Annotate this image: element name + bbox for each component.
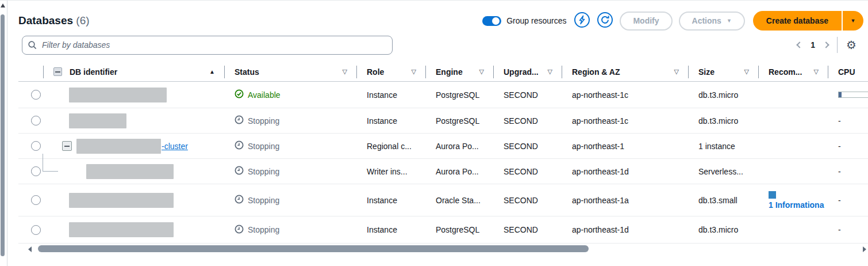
horizontal-scrollbar[interactable]	[15, 245, 868, 254]
filter-column-icon[interactable]: ▽	[548, 68, 552, 75]
redacted-db-identifier	[69, 88, 167, 102]
table-row[interactable]: Stopping Instance PostgreSQL SECOND ap-n…	[18, 108, 868, 134]
column-header-status[interactable]: Status ▽	[224, 62, 356, 81]
status-cell: Stopping	[224, 225, 356, 235]
engine-cell: PostgreSQL	[425, 90, 493, 100]
status-cell: Stopping	[224, 166, 356, 177]
collapse-all-button[interactable]	[53, 67, 62, 76]
filter-column-icon[interactable]: ▽	[744, 68, 749, 75]
size-cell: db.t3.micro	[688, 225, 758, 234]
create-database-caret-button[interactable]: ▼	[842, 11, 863, 31]
database-count: (6)	[76, 14, 89, 26]
row-select-cell	[18, 225, 43, 235]
pagination-divider	[837, 37, 838, 53]
row-radio-button[interactable]	[31, 195, 41, 205]
lightning-icon	[574, 12, 590, 30]
row-radio-button[interactable]	[31, 166, 41, 176]
db-identifier-cell	[43, 88, 224, 102]
horizontal-scrollbar-thumb[interactable]	[38, 245, 589, 252]
cpu-usage-bar	[838, 92, 868, 98]
redacted-db-identifier	[76, 139, 161, 154]
cpu-cell: -	[828, 196, 868, 205]
column-header-role[interactable]: Role ▽	[356, 62, 425, 81]
actions-button-label: Actions	[692, 16, 721, 25]
table-row[interactable]: Stopping Writer ins... Aurora Po... SECO…	[18, 159, 868, 184]
row-radio-button[interactable]	[31, 141, 41, 151]
region-az-cell: ap-northeast-1c	[562, 116, 688, 126]
cpu-usage-bar-fill	[839, 92, 842, 97]
page-title-text: Databases	[18, 14, 73, 26]
region-az-cell: ap-northeast-1d	[562, 225, 688, 234]
size-cell: db.t3.micro	[688, 90, 758, 100]
cluster-link[interactable]: -cluster	[162, 142, 188, 151]
cpu-cell: -	[828, 116, 868, 126]
upgrade-cell: SECOND	[493, 167, 562, 176]
lightning-button[interactable]	[574, 13, 590, 29]
role-cell: Regional c...	[356, 142, 425, 151]
scroll-left-arrow-icon[interactable]	[28, 246, 32, 252]
filter-column-icon[interactable]: ▽	[343, 68, 347, 75]
column-label: CPU	[838, 67, 855, 77]
table-row[interactable]: Available Instance PostgreSQL SECOND ap-…	[18, 82, 868, 108]
settings-gear-button[interactable]: ⚙	[846, 39, 860, 51]
previous-page-button[interactable]	[797, 41, 803, 48]
filter-column-icon[interactable]: ▽	[412, 68, 416, 75]
sort-ascending-icon[interactable]: ▲	[209, 69, 215, 75]
db-identifier-cell	[43, 193, 224, 208]
region-az-cell: ap-northeast-1c	[562, 90, 688, 100]
cpu-cell: -	[828, 225, 868, 234]
row-radio-button[interactable]	[31, 225, 41, 235]
modify-button-label: Modify	[633, 16, 659, 25]
filter-column-icon[interactable]: ▽	[814, 68, 819, 75]
table-row[interactable]: -cluster Stopping Regional c... Aurora P…	[18, 134, 868, 159]
row-select-cell	[18, 166, 43, 176]
row-radio-button[interactable]	[31, 116, 41, 126]
column-header-db-identifier[interactable]: DB identifier ▲	[43, 62, 224, 81]
column-divider	[562, 66, 562, 78]
upgrade-cell: SECOND	[493, 225, 562, 234]
column-divider	[425, 66, 426, 78]
status-text: Stopping	[248, 196, 279, 205]
status-cell: Available	[224, 89, 356, 100]
filter-column-icon[interactable]: ▽	[479, 68, 484, 75]
column-header-engine[interactable]: Engine ▽	[425, 62, 493, 81]
column-divider	[758, 66, 759, 78]
modify-button[interactable]: Modify	[620, 12, 672, 31]
column-header-recommendations[interactable]: Recom... ▽	[758, 62, 828, 81]
minus-icon	[64, 146, 70, 147]
redacted-db-identifier	[69, 193, 174, 208]
column-header-size[interactable]: Size ▽	[688, 62, 758, 81]
current-page-number[interactable]: 1	[811, 40, 815, 50]
next-page-button[interactable]	[823, 41, 829, 48]
table-row[interactable]: Stopping Instance PostgreSQL SECOND ap-n…	[18, 216, 868, 244]
filter-input[interactable]	[22, 36, 393, 55]
status-text: Stopping	[248, 142, 279, 151]
collapse-cluster-button[interactable]	[62, 141, 72, 151]
group-resources-toggle[interactable]	[482, 16, 501, 26]
role-cell: Writer ins...	[356, 167, 425, 176]
status-stopping-clock-icon	[235, 195, 244, 206]
column-divider	[43, 66, 44, 78]
role-cell: Instance	[356, 90, 425, 100]
group-resources-label: Group resources	[506, 16, 566, 25]
actions-button[interactable]: Actions ▼	[679, 12, 745, 31]
filter-column-icon[interactable]: ▽	[674, 68, 679, 75]
recommendation-link[interactable]: 1 Informationa	[769, 200, 824, 210]
column-header-upgrade[interactable]: Upgrad... ▽	[493, 62, 562, 81]
column-header-region-az[interactable]: Region & AZ ▽	[562, 62, 688, 81]
refresh-button[interactable]	[597, 13, 613, 29]
column-label: DB identifier	[70, 67, 117, 77]
vertical-scrollbar[interactable]	[0, 1, 6, 266]
create-database-button[interactable]: Create database	[753, 11, 842, 31]
table-row[interactable]: Stopping Instance Oracle Sta... SECOND a…	[18, 184, 868, 216]
status-text: Stopping	[248, 225, 279, 234]
upgrade-cell: SECOND	[493, 196, 562, 205]
engine-cell: Aurora Po...	[425, 142, 493, 151]
vertical-scrollbar-thumb[interactable]	[1, 14, 5, 256]
column-label: Region & AZ	[572, 67, 620, 77]
scroll-up-arrow-icon[interactable]	[1, 3, 5, 7]
column-header-cpu[interactable]: CPU	[828, 62, 868, 81]
row-radio-button[interactable]	[31, 90, 41, 100]
role-cell: Instance	[356, 225, 425, 234]
scroll-right-arrow-icon[interactable]	[863, 246, 866, 252]
